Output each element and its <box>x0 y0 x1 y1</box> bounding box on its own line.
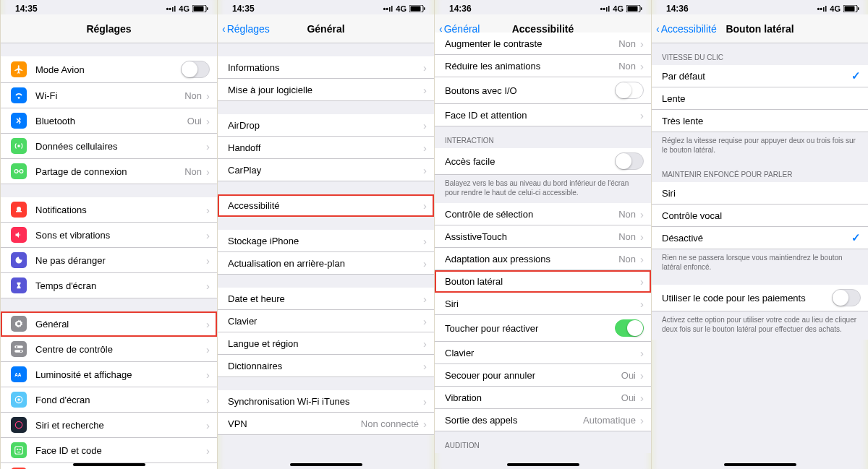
row-display[interactable]: AA Luminosité et affichage › <box>1 362 217 387</box>
row-keyboard[interactable]: Clavier› <box>435 342 651 364</box>
row-accessibility[interactable]: Accessibilité› <box>218 194 434 217</box>
row-passcode-payments[interactable]: Utiliser le code pour les paiements <box>652 285 868 311</box>
chevron-right-icon: › <box>206 369 210 381</box>
airplane-toggle[interactable] <box>181 61 210 78</box>
row-reduce-motion[interactable]: Réduire les animationsNon› <box>435 55 651 77</box>
reachability-toggle[interactable] <box>615 152 644 170</box>
back-button[interactable]: ‹Réglages <box>222 23 270 35</box>
row-bg-refresh[interactable]: Actualisation en arrière-plan› <box>218 252 434 275</box>
row-label: Ne pas déranger <box>35 255 206 266</box>
chevron-right-icon: › <box>206 444 210 457</box>
svg-rect-24 <box>424 7 425 10</box>
passcode-pay-toggle[interactable] <box>832 289 861 306</box>
chevron-right-icon: › <box>206 115 210 127</box>
row-value: Oui <box>621 370 636 381</box>
row-label: Adaptation aux pressions <box>445 254 618 264</box>
row-general[interactable]: Général › <box>1 311 217 337</box>
gear-icon <box>11 316 27 332</box>
row-notifications[interactable]: Notifications › <box>1 197 217 223</box>
chevron-right-icon: › <box>640 109 644 121</box>
home-indicator[interactable] <box>73 463 145 466</box>
row-touch-accommodations[interactable]: Adaptation aux pressionsNon› <box>435 248 651 270</box>
row-call-routing[interactable]: Sortie des appelsAutomatique› <box>435 409 651 431</box>
row-vibration[interactable]: VibrationOui› <box>435 387 651 409</box>
row-value: Non <box>618 231 636 242</box>
row-increase-contrast[interactable]: Augmenter le contrasteNon› <box>435 33 651 55</box>
row-speed-slowest[interactable]: Très lente <box>652 110 868 132</box>
row-io-labels[interactable]: Boutons avec I/O <box>435 77 651 104</box>
svg-point-17 <box>17 398 20 401</box>
row-hold-siri[interactable]: Siri <box>652 182 868 205</box>
row-speed-slow[interactable]: Lente <box>652 87 868 110</box>
row-vpn[interactable]: VPNNon connecté› <box>218 413 434 435</box>
row-datetime[interactable]: Date et heure› <box>218 288 434 310</box>
row-label: Réduire les animations <box>445 61 618 72</box>
row-software-update[interactable]: Mise à jour logicielle› <box>218 79 434 101</box>
status-time: 14:36 <box>449 4 472 14</box>
svg-rect-26 <box>628 6 638 11</box>
row-siri[interactable]: Siri et recherche › <box>1 413 217 438</box>
row-handoff[interactable]: Handoff› <box>218 137 434 159</box>
row-carplay[interactable]: CarPlay› <box>218 159 434 181</box>
row-screentime[interactable]: Temps d'écran › <box>1 273 217 298</box>
moon-icon <box>11 252 27 268</box>
chevron-right-icon: › <box>206 204 210 216</box>
row-siri[interactable]: Siri› <box>435 293 651 315</box>
row-cellular[interactable]: Données cellulaires › <box>1 134 217 159</box>
home-indicator[interactable] <box>290 463 362 466</box>
row-bluetooth[interactable]: Bluetooth Oui › <box>1 108 217 134</box>
status-time: 14:35 <box>15 4 38 14</box>
row-shake-to-undo[interactable]: Secouer pour annulerOui› <box>435 364 651 387</box>
row-keyboard[interactable]: Clavier› <box>218 310 434 332</box>
row-hold-off[interactable]: Désactivé✓ <box>652 227 868 249</box>
row-label: Augmenter le contraste <box>445 38 618 49</box>
row-faceid-attention[interactable]: Face ID et attention› <box>435 104 651 126</box>
chevron-right-icon: › <box>423 142 427 154</box>
row-side-button[interactable]: Bouton latéral› <box>435 270 651 293</box>
chevron-right-icon: › <box>640 208 644 220</box>
row-airplane[interactable]: Mode Avion <box>1 56 217 83</box>
row-wifi[interactable]: Wi-Fi Non › <box>1 83 217 108</box>
row-switch-control[interactable]: Contrôle de sélectionNon› <box>435 203 651 225</box>
chevron-right-icon: › <box>640 38 644 50</box>
wifi-icon <box>11 87 27 103</box>
row-dictionaries[interactable]: Dictionnaires› <box>218 355 434 377</box>
row-wallpaper[interactable]: Fond d'écran › <box>1 387 217 413</box>
row-label: Accès facile <box>445 156 615 167</box>
row-dnd[interactable]: Ne pas déranger › <box>1 248 217 273</box>
row-control-center[interactable]: Centre de contrôle › <box>1 337 217 362</box>
chevron-right-icon: › <box>640 347 644 359</box>
chevron-right-icon: › <box>640 231 644 243</box>
row-sounds[interactable]: Sons et vibrations › <box>1 223 217 248</box>
row-itunes-sync[interactable]: Synchronisation Wi-Fi iTunes› <box>218 390 434 413</box>
chevron-left-icon: ‹ <box>222 23 226 35</box>
row-label: Boutons avec I/O <box>445 85 615 96</box>
row-label: Clavier <box>228 316 423 327</box>
display-icon: AA <box>11 366 27 382</box>
home-indicator[interactable] <box>724 463 796 466</box>
status-right: ••ıl 4G <box>166 4 208 13</box>
row-label: Données cellulaires <box>35 141 206 152</box>
row-assistivetouch[interactable]: AssistiveTouchNon› <box>435 225 651 248</box>
home-indicator[interactable] <box>507 463 579 466</box>
row-tap-to-wake[interactable]: Toucher pour réactiver <box>435 315 651 342</box>
row-label: Fond d'écran <box>35 395 206 405</box>
tap-to-wake-toggle[interactable] <box>615 319 644 337</box>
row-faceid[interactable]: Face ID et code › <box>1 438 217 463</box>
row-airdrop[interactable]: AirDrop› <box>218 114 434 137</box>
chevron-right-icon: › <box>423 337 427 350</box>
io-toggle[interactable] <box>615 82 644 99</box>
row-hotspot[interactable]: Partage de connexion Non › <box>1 159 217 184</box>
screen-settings: 14:35 ••ıl 4G Réglages Mode Avion Wi-Fi … <box>0 0 217 469</box>
signal-icon: ••ıl <box>817 4 827 13</box>
row-storage[interactable]: Stockage iPhone› <box>218 230 434 252</box>
row-hold-voice[interactable]: Contrôle vocal <box>652 205 868 227</box>
row-about[interactable]: Informations› <box>218 56 434 79</box>
row-speed-default[interactable]: Par défaut✓ <box>652 65 868 87</box>
back-button[interactable]: ‹Accessibilité <box>656 23 717 35</box>
svg-rect-23 <box>411 6 421 11</box>
row-language[interactable]: Langue et région› <box>218 332 434 355</box>
nav-title: Bouton latéral <box>726 23 793 35</box>
row-reachability[interactable]: Accès facile <box>435 148 651 175</box>
siri-icon <box>11 417 27 433</box>
